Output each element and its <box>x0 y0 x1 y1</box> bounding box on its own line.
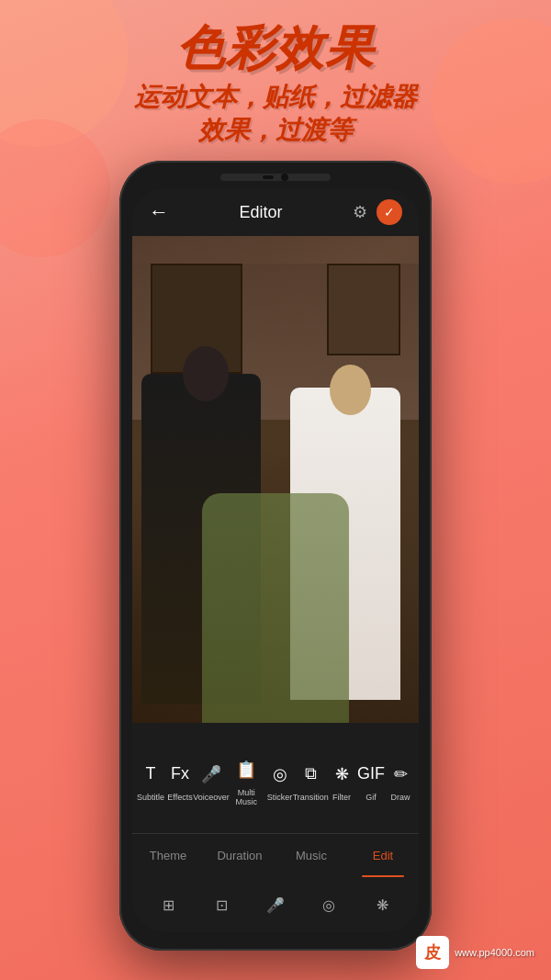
tool-icon-0: T <box>137 760 164 788</box>
tool-label-1: Effects <box>167 793 192 802</box>
tab-edit[interactable]: Edit <box>347 834 419 877</box>
tool-item-draw[interactable]: ✏ Draw <box>386 760 415 802</box>
watermark-site: www.pp4000.com <box>455 947 534 958</box>
tool-label-4: Sticker <box>267 793 293 802</box>
tool-label-3: Multi Music <box>228 788 265 806</box>
mini-tool-3[interactable]: 🎤 <box>258 887 293 922</box>
tool-item-subtitle[interactable]: T Subtitle <box>136 760 165 802</box>
tool-icon-2: 🎤 <box>197 760 225 788</box>
tool-item-voiceover[interactable]: 🎤 Voiceover <box>195 760 228 802</box>
tool-icon-5: ⧉ <box>297 760 324 788</box>
phone-container: ← Editor ⚙ ✓ <box>119 161 432 951</box>
tab-music[interactable]: Music <box>276 834 347 877</box>
phone-sensor <box>263 175 274 179</box>
settings-icon[interactable]: ⚙ <box>353 202 367 222</box>
watermark: 皮 www.pp4000.com <box>416 936 534 969</box>
mini-tool-5[interactable]: ❋ <box>365 887 400 922</box>
tool-item-effects[interactable]: Fx Effects <box>165 760 195 802</box>
tool-item-gif[interactable]: GIF Gif <box>356 760 386 802</box>
tab-theme[interactable]: Theme <box>132 834 204 877</box>
editor-header: ← Editor ⚙ ✓ <box>132 188 419 236</box>
mini-tool-4[interactable]: ◎ <box>311 887 346 922</box>
tool-icon-4: ◎ <box>266 760 294 788</box>
tool-label-0: Subtitle <box>137 793 164 802</box>
bottom-tabs: ThemeDurationMusicEdit <box>132 833 419 877</box>
tool-label-8: Draw <box>390 793 410 802</box>
tool-icon-7: GIF <box>357 760 385 788</box>
check-icon: ✓ <box>384 205 395 220</box>
tool-icon-8: ✏ <box>387 760 414 788</box>
editor-title: Editor <box>239 203 282 222</box>
mini-tool-1[interactable]: ⊞ <box>151 887 186 922</box>
phone-top-bar <box>220 174 331 181</box>
tool-item-multi-music[interactable]: 📋 Multi Music <box>228 756 265 806</box>
watermark-logo: 皮 <box>416 936 449 969</box>
title-sub-line1: 运动文本，贴纸，过滤器 <box>0 81 551 114</box>
tab-duration[interactable]: Duration <box>204 834 276 877</box>
tool-label-2: Voiceover <box>193 793 230 802</box>
tool-item-transition[interactable]: ⧉ Transition <box>295 760 327 802</box>
photo-background <box>132 236 419 723</box>
toolbar: T Subtitle Fx Effects 🎤 Voiceover 📋 Mult… <box>132 739 419 822</box>
tool-icon-6: ❋ <box>328 760 355 788</box>
tool-item-filter[interactable]: ❋ Filter <box>327 760 356 802</box>
phone-frame: ← Editor ⚙ ✓ <box>119 161 432 951</box>
bottom-mini-toolbar: ⊞ ⊡ 🎤 ◎ ❋ <box>132 877 419 932</box>
confirm-button[interactable]: ✓ <box>377 199 402 225</box>
title-sub-line2: 效果，过渡等 <box>0 114 551 147</box>
tool-label-5: Transition <box>293 793 329 802</box>
tool-icon-1: Fx <box>166 760 194 788</box>
video-area <box>132 236 419 723</box>
phone-screen: ← Editor ⚙ ✓ <box>132 188 419 932</box>
tool-item-sticker[interactable]: ◎ Sticker <box>265 760 295 802</box>
tool-label-7: Gif <box>365 793 377 802</box>
editor-header-right: ⚙ ✓ <box>353 199 402 225</box>
phone-camera <box>281 174 288 181</box>
top-title-block: 色彩效果 运动文本，贴纸，过滤器 效果，过渡等 <box>0 17 551 148</box>
tool-label-6: Filter <box>332 793 351 802</box>
back-button[interactable]: ← <box>149 200 169 224</box>
title-main: 色彩效果 <box>0 17 551 81</box>
tool-icon-3: 📋 <box>232 756 260 783</box>
mini-tool-2[interactable]: ⊡ <box>205 887 240 922</box>
